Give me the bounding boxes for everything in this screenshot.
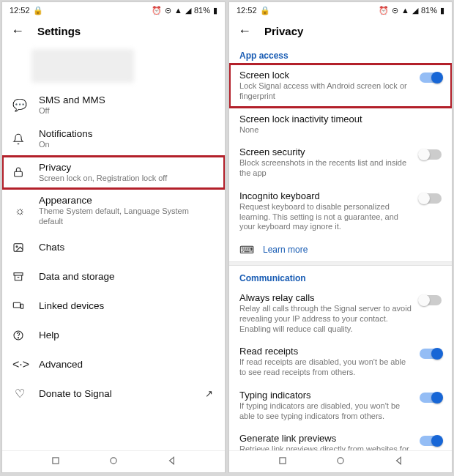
alarm-icon: ⏰	[152, 7, 162, 15]
status-bar: 12:52 🔒 ⏰ ⊝ ▲ ◢ 81% ▮	[2, 2, 225, 18]
privacy-row-relay[interactable]: Always relay callsRelay all calls throug…	[229, 286, 452, 340]
settings-screen: 12:52 🔒 ⏰ ⊝ ▲ ◢ 81% ▮ ← Settings 💬 SMS a…	[1, 1, 226, 473]
section-communication: Communication	[229, 266, 452, 286]
settings-row-appearance[interactable]: ☼ AppearanceTheme System default, Langua…	[2, 189, 225, 233]
back-button[interactable]: ←	[11, 24, 24, 37]
section-app-access: App access	[229, 43, 452, 64]
svg-point-7	[18, 338, 18, 338]
status-time: 12:52	[237, 6, 257, 15]
nav-back[interactable]	[167, 455, 177, 468]
toggle-link-previews[interactable]	[420, 436, 442, 446]
lock-icon: 🔒	[260, 6, 270, 15]
archive-icon	[12, 271, 27, 283]
svg-rect-5	[21, 304, 23, 308]
settings-row-data[interactable]: Data and storage	[2, 262, 225, 291]
heart-icon: ♡	[12, 387, 27, 401]
toggle-screen-lock[interactable]	[420, 72, 442, 83]
chat-icon: 💬	[12, 98, 27, 112]
settings-row-advanced[interactable]: <·> Advanced	[2, 350, 225, 379]
dnd-icon: ⊝	[165, 7, 171, 15]
sun-icon: ☼	[12, 204, 27, 217]
toggle-typing[interactable]	[420, 393, 442, 403]
external-link-icon: ↗	[205, 388, 213, 399]
nav-recent[interactable]	[278, 455, 288, 468]
svg-rect-1	[14, 243, 23, 251]
header: ← Settings	[2, 18, 225, 43]
toggle-receipts[interactable]	[420, 349, 442, 359]
svg-rect-3	[14, 272, 23, 275]
learn-more-link[interactable]: ⌨ Learn more	[229, 238, 452, 261]
privacy-row-timeout[interactable]: Screen lock inactivity timeoutNone	[229, 108, 452, 141]
android-nav-bar	[2, 450, 225, 472]
profile-blurred[interactable]	[31, 49, 134, 83]
settings-row-sms[interactable]: 💬 SMS and MMSOff	[2, 89, 225, 122]
privacy-row-receipts[interactable]: Read receiptsIf read receipts are disabl…	[229, 340, 452, 384]
svg-rect-8	[52, 458, 58, 464]
privacy-row-incognito[interactable]: Incognito keyboardRequest keyboard to di…	[229, 185, 452, 238]
settings-row-privacy[interactable]: PrivacyScreen lock on, Registration lock…	[2, 156, 225, 190]
lock-icon: 🔒	[33, 6, 43, 15]
page-title: Privacy	[264, 25, 303, 37]
battery-pct: 81%	[194, 6, 210, 15]
android-nav-bar	[229, 450, 452, 472]
toggle-screen-security[interactable]	[420, 149, 442, 160]
lock-icon	[12, 166, 27, 178]
svg-rect-0	[15, 172, 23, 177]
back-button[interactable]: ←	[238, 24, 251, 37]
svg-point-2	[16, 245, 18, 247]
wifi-icon: ▲	[401, 7, 409, 15]
header: ← Privacy	[229, 18, 452, 43]
privacy-row-typing[interactable]: Typing indicatorsIf typing indicators ar…	[229, 384, 452, 428]
privacy-row-link-previews[interactable]: Generate link previewsRetrieve link prev…	[229, 427, 452, 450]
toggle-incognito[interactable]	[420, 193, 442, 204]
settings-row-chats[interactable]: Chats	[2, 233, 225, 262]
privacy-screen: 12:52 🔒 ⏰ ⊝ ▲ ◢ 81% ▮ ← Privacy App acce…	[228, 1, 453, 473]
devices-icon	[12, 300, 27, 312]
svg-point-9	[111, 458, 116, 464]
status-bar: 12:52 🔒 ⏰ ⊝ ▲ ◢ 81% ▮	[229, 2, 452, 18]
settings-row-linked[interactable]: Linked devices	[2, 291, 225, 321]
privacy-row-screen-lock[interactable]: Screen lockLock Signal access with Andro…	[229, 64, 452, 108]
nav-recent[interactable]	[51, 455, 61, 468]
battery-icon: ▮	[440, 7, 444, 15]
page-title: Settings	[37, 25, 81, 37]
nav-back[interactable]	[394, 455, 404, 468]
settings-row-help[interactable]: Help	[2, 321, 225, 350]
signal-icon: ◢	[185, 7, 191, 15]
settings-row-notifications[interactable]: NotificationsOn	[2, 122, 225, 156]
signal-icon: ◢	[412, 7, 418, 15]
keyboard-icon: ⌨	[239, 244, 254, 256]
wifi-icon: ▲	[174, 7, 182, 15]
dnd-icon: ⊝	[392, 7, 398, 15]
nav-home[interactable]	[108, 455, 119, 468]
alarm-icon: ⏰	[379, 7, 389, 15]
bell-icon	[12, 133, 27, 145]
status-time: 12:52	[10, 6, 30, 15]
toggle-relay[interactable]	[420, 295, 442, 305]
image-icon	[12, 242, 27, 253]
code-icon: <·>	[12, 358, 27, 371]
nav-home[interactable]	[335, 455, 346, 468]
battery-icon: ▮	[213, 7, 217, 15]
svg-rect-10	[279, 458, 285, 464]
help-icon	[12, 330, 27, 341]
settings-row-donate[interactable]: ♡ Donate to Signal ↗	[2, 379, 225, 409]
battery-pct: 81%	[421, 6, 437, 15]
svg-point-11	[338, 458, 343, 464]
privacy-row-screen-security[interactable]: Screen securityBlock screenshots in the …	[229, 141, 452, 185]
svg-rect-4	[13, 302, 20, 308]
